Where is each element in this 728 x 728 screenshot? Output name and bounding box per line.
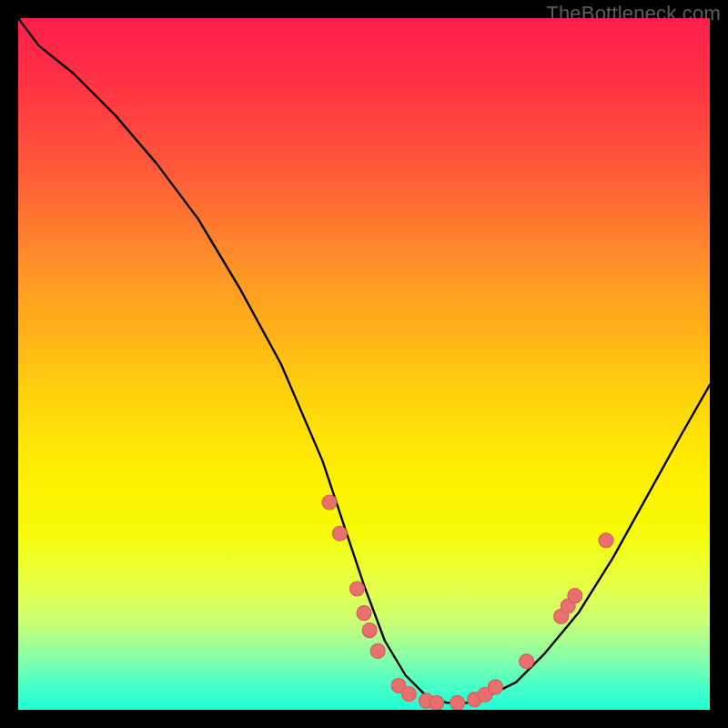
chart-svg bbox=[18, 18, 710, 710]
curve-marker bbox=[568, 589, 582, 603]
curve-marker bbox=[349, 581, 364, 596]
curve-marker bbox=[401, 687, 416, 702]
plot-area bbox=[18, 18, 710, 710]
bottleneck-curve bbox=[18, 18, 710, 703]
curve-marker bbox=[322, 495, 337, 510]
chart-stage: TheBottleneck.com bbox=[0, 0, 728, 728]
curve-marker bbox=[520, 654, 534, 669]
curve-marker bbox=[599, 533, 613, 548]
curve-marker bbox=[357, 606, 371, 621]
curve-marker bbox=[362, 623, 377, 638]
curve-marker bbox=[488, 680, 502, 694]
curve-marker bbox=[332, 526, 347, 541]
curve-markers bbox=[322, 495, 613, 710]
curve-marker bbox=[450, 695, 465, 710]
curve-marker bbox=[370, 643, 385, 658]
curve-marker bbox=[430, 695, 444, 710]
